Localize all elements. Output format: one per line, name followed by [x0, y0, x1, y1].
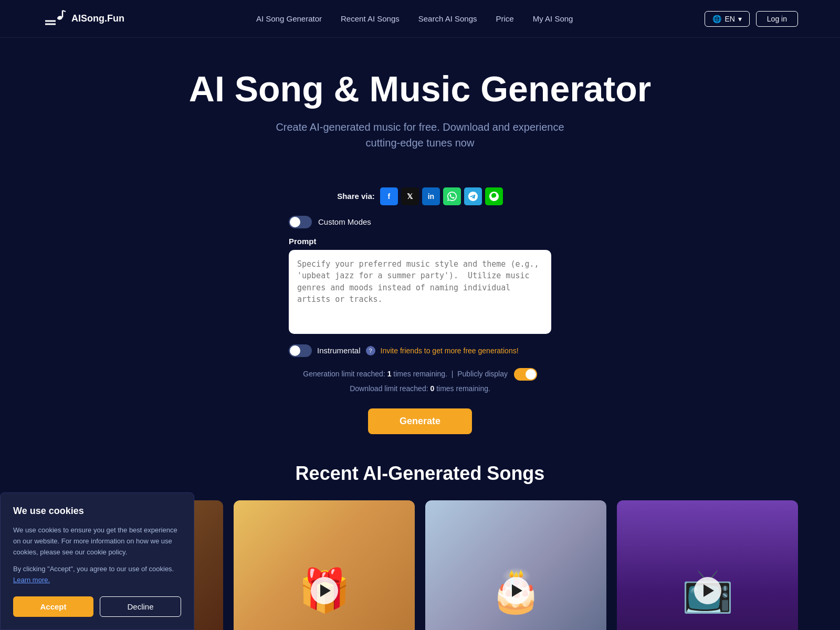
share-icons: f 𝕏 in: [380, 187, 503, 205]
share-whatsapp[interactable]: [443, 187, 461, 205]
globe-icon: 🌐: [712, 15, 721, 23]
nav-search-ai-songs[interactable]: Search AI Songs: [418, 14, 477, 23]
invite-link[interactable]: Invite friends to get more free generati…: [381, 346, 519, 355]
nav-links: AI Song Generator Recent AI Songs Search…: [256, 14, 573, 23]
play-button-3[interactable]: [694, 577, 721, 604]
share-label: Share via:: [337, 192, 375, 201]
share-twitter[interactable]: 𝕏: [401, 187, 419, 205]
song-card-3[interactable]: 📺 Kaadetaan hallitus ♡ 0: [617, 500, 798, 630]
generate-button[interactable]: Generate: [368, 408, 472, 434]
hero-title: AI Song & Music Generator: [10, 69, 830, 109]
download-limit-count: 0: [430, 384, 434, 393]
hero-section: AI Song & Music Generator Create AI-gene…: [0, 38, 840, 172]
cookie-consent-text: By clicking "Accept", you agree to our u…: [13, 564, 181, 586]
play-button-2[interactable]: [502, 577, 530, 604]
publicly-display-toggle[interactable]: [514, 368, 537, 381]
publicly-display-knob: [526, 369, 536, 380]
share-telegram[interactable]: [464, 187, 482, 205]
prompt-textarea[interactable]: [289, 250, 551, 334]
cookie-buttons: Accept Decline: [13, 596, 181, 617]
language-button[interactable]: 🌐 EN ▾: [705, 11, 749, 27]
nav-ai-song-generator[interactable]: AI Song Generator: [256, 14, 322, 23]
play-triangle-3: [704, 584, 714, 597]
custom-modes-label: Custom Modes: [318, 217, 371, 226]
generation-limit-row: Generation limit reached: 1 times remain…: [289, 366, 551, 381]
chevron-down-icon: ▾: [738, 15, 742, 23]
publicly-display-label: Publicly display: [457, 370, 508, 378]
custom-modes-toggle[interactable]: [289, 216, 312, 228]
song-card-1[interactable]: 🎁 Fr. Ronald: Gift to Shillong ♡ 0: [234, 500, 415, 630]
toggle-knob: [290, 217, 300, 227]
login-button[interactable]: Log in: [756, 11, 798, 27]
cookie-title: We use cookies: [13, 506, 181, 517]
recent-songs-title: Recent AI-Generated Songs: [42, 463, 798, 485]
instrumental-toggle-knob: [290, 345, 300, 356]
logo-text: AISong.Fun: [71, 13, 124, 24]
svg-rect-0: [42, 6, 67, 32]
nav-price[interactable]: Price: [496, 14, 514, 23]
share-linkedin[interactable]: in: [422, 187, 440, 205]
play-triangle-1: [320, 584, 331, 597]
instrumental-row: Instrumental ? Invite friends to get mor…: [289, 344, 551, 357]
song-card-2[interactable]: 🎂 Happy Birthday, John Paul! ♡ 0: [425, 500, 606, 630]
song-thumb-2: 🎂: [425, 500, 606, 630]
cookie-accept-button[interactable]: Accept: [13, 596, 93, 617]
form-area: Custom Modes Prompt Instrumental ? Invit…: [289, 216, 551, 434]
download-limit-suffix: times remaining.: [436, 384, 490, 393]
generation-limit-suffix: times remaining.: [393, 370, 447, 378]
logo[interactable]: AISong.Fun: [42, 6, 124, 32]
play-triangle-2: [512, 584, 522, 597]
share-line[interactable]: [485, 187, 503, 205]
download-limit-row: Download limit reached: 0 times remainin…: [289, 381, 551, 396]
generation-limit-count: 1: [387, 370, 392, 378]
instrumental-toggle[interactable]: [289, 344, 312, 357]
share-row: Share via: f 𝕏 in: [0, 187, 840, 205]
nav-my-ai-song[interactable]: My AI Song: [533, 14, 573, 23]
song-thumb-1: 🎁: [234, 500, 415, 630]
song-thumb-3: 📺: [617, 500, 798, 630]
share-facebook[interactable]: f: [380, 187, 398, 205]
navbar: AISong.Fun AI Song Generator Recent AI S…: [0, 0, 840, 38]
lang-label: EN: [724, 15, 734, 23]
nav-right: 🌐 EN ▾ Log in: [705, 11, 798, 27]
play-button-1[interactable]: [311, 577, 338, 604]
cookie-decline-button[interactable]: Decline: [100, 596, 181, 617]
limits-area: Generation limit reached: 1 times remain…: [289, 366, 551, 396]
cookie-body: We use cookies to ensure you get the bes…: [13, 525, 181, 558]
instrumental-info-icon[interactable]: ?: [366, 346, 375, 355]
hero-subtitle: Create AI-generated music for free. Down…: [10, 119, 830, 151]
instrumental-label: Instrumental: [317, 346, 361, 355]
prompt-label: Prompt: [289, 237, 551, 246]
generation-limit-text: Generation limit reached:: [303, 370, 385, 378]
cookie-banner: We use cookies We use cookies to ensure …: [0, 492, 194, 630]
download-limit-text: Download limit reached:: [350, 384, 428, 393]
nav-recent-ai-songs[interactable]: Recent AI Songs: [341, 14, 400, 23]
cookie-learn-more-link[interactable]: Learn more.: [13, 576, 50, 584]
custom-modes-row: Custom Modes: [289, 216, 551, 228]
